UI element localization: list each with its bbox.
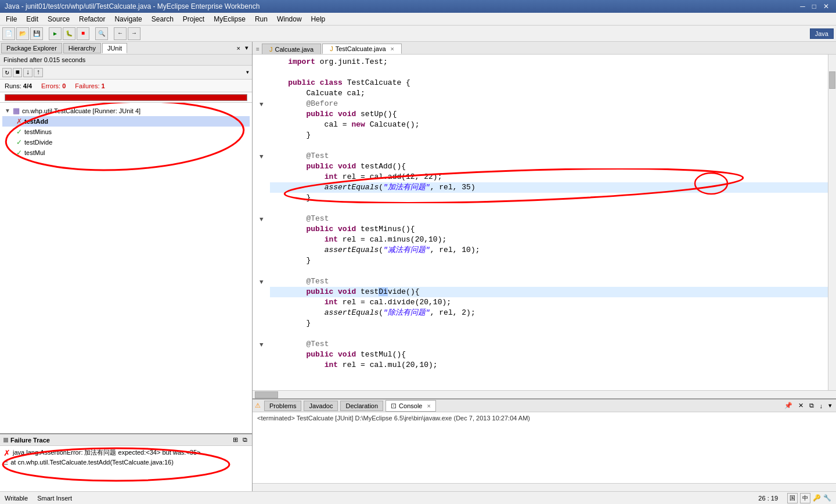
failure-header-icons: Failure Trace [3,437,50,444]
menu-refactor[interactable]: Refactor [75,14,109,24]
tab-problems-label: Problems [269,402,296,409]
toolbar-run-btn[interactable]: ▶ [49,27,62,40]
test-label-testDivide: testDivide [24,139,52,146]
suite-expand-icon[interactable]: ▼ [5,107,10,114]
maximize-btn[interactable]: □ [810,2,819,10]
console-toolbar-clear[interactable]: ✕ [797,402,805,409]
code-hscrollbar[interactable] [253,390,836,398]
code-line-21 [270,266,831,276]
collapse-btn-3[interactable]: ▼ [260,214,264,225]
tab-close-btn[interactable]: × [391,45,394,52]
minimize-btn[interactable]: ─ [798,2,808,10]
toolbar-debug-btn[interactable]: 🐛 [63,27,75,40]
status-icon-1[interactable]: 🔑 [813,494,821,502]
toolbar-stop-btn[interactable]: ■ [77,27,89,40]
toolbar-forward-btn[interactable]: → [128,27,140,40]
junit-prev-fail-btn[interactable]: ↑ [34,68,43,77]
menu-window[interactable]: Window [273,14,305,24]
code-line-15 [270,203,831,214]
tab-junit[interactable]: JUnit [102,43,127,53]
code-line-2 [270,67,831,78]
perspective-java[interactable]: Java [810,28,834,39]
code-line-4: Calcuate cal; [270,88,831,99]
progress-bar [5,94,247,101]
menu-myeclipse[interactable]: MyEclipse [210,14,249,24]
test-item-testMinus[interactable]: ✓ testMinus [2,127,250,137]
status-icon-2[interactable]: 🔧 [823,494,831,502]
collapse-btn-2[interactable]: ▼ [260,152,264,162]
console-text: <terminated> TestCalcuate [JUnit] D:\MyE… [257,415,530,422]
title-bar: Java - junit01/test/cn/whp/util/TestCalc… [0,0,836,13]
menu-search[interactable]: Search [148,14,177,24]
toolbar-back-btn[interactable]: ← [114,27,127,40]
left-panel-tabs: Package Explorer Hierarchy JUnit × ▾ [0,42,252,55]
code-line-16: ▼ @Test [270,214,831,224]
editor-tab-calcuate[interactable]: J Calcuate.java [262,44,321,54]
errors-label: Errors: 0 [41,82,66,89]
failure-content: ✗ java.lang.AssertionError: 加法有问题 expect… [0,446,252,491]
failure-toolbar-btn[interactable]: ⊞ [232,436,239,444]
test-label-testMinus: testMinus [24,128,52,135]
menu-navigate[interactable]: Navigate [111,14,145,24]
junit-next-fail-btn[interactable]: ↓ [23,68,33,77]
tab-declaration[interactable]: Declaration [340,401,383,411]
left-panel-menu[interactable]: ▾ [243,43,251,53]
menu-run[interactable]: Run [251,14,271,24]
tab-package-explorer[interactable]: Package Explorer [1,43,62,53]
failure-text-1: java.lang.AssertionError: 加法有问题 expected… [13,448,200,457]
editor-tab-testcalcuate[interactable]: J TestCalcuate.java × [322,44,402,54]
tab-hierarchy[interactable]: Hierarchy [63,43,101,53]
main-layout: Package Explorer Hierarchy JUnit × ▾ Fin… [0,42,836,491]
junit-stop-btn[interactable]: ■ [13,68,22,77]
hscrollbar-thumb[interactable] [255,391,278,398]
code-editor[interactable]: import org.junit.Test; public class Test… [253,55,836,390]
junit-stats: Runs: 4/4 Errors: 0 Failures: 1 [0,80,252,92]
toolbar-new-btn[interactable]: 📄 [2,27,15,40]
failure-copy-btn[interactable]: ⧉ [242,436,248,444]
console-toolbar-copy[interactable]: ⧉ [808,402,816,409]
code-line-9 [270,141,831,151]
console-tab-close[interactable]: × [427,402,430,409]
tab-javadoc[interactable]: Javadoc [304,401,338,411]
code-line-14: } [270,193,831,203]
left-panel-close[interactable]: × [235,44,243,53]
menu-project[interactable]: Project [179,14,208,24]
test-item-testMul[interactable]: ✓ testMul [2,147,250,158]
console-toolbar-scroll[interactable]: ↓ [818,402,825,409]
status-lang-zh[interactable]: 中 [800,493,810,503]
console-hscrollbar[interactable] [253,483,836,491]
code-line-30: int rel = cal.mul(20,10); [270,360,831,370]
menu-help[interactable]: Help [308,14,329,24]
status-lang-btn[interactable]: 国 [787,493,798,503]
code-line-24: int rel = cal.divide(20,10); [270,297,831,308]
menu-source[interactable]: Source [44,14,73,24]
junit-menu-btn[interactable]: ▾ [246,68,250,77]
menu-file[interactable]: File [2,14,20,24]
test-suite-item[interactable]: ▼ ▦ cn.whp.util.TestCalcuate [Runner: JU… [2,105,250,116]
junit-rerun-btn[interactable]: ↻ [2,68,12,77]
code-text-1: import org.junit.Test; [270,57,388,67]
tab-console[interactable]: ⊡ Console × [385,400,436,412]
toolbar-open-btn[interactable]: 📂 [16,27,29,40]
toolbar-search-btn[interactable]: 🔍 [95,27,108,40]
code-line-12: int rel = cal.add(12, 22); [270,172,831,182]
scrollbar-thumb[interactable] [829,71,835,89]
close-btn[interactable]: ✕ [821,2,831,10]
tab-console-label: Console [399,402,422,409]
test-item-testDivide[interactable]: ✓ testDivide [2,137,250,147]
tab-problems[interactable]: Problems [264,401,301,411]
collapse-btn-1[interactable]: ▼ [260,99,264,110]
console-icon: ⊡ [391,402,397,410]
vertical-scrollbar[interactable] [828,55,836,390]
collapse-btn-5[interactable]: ▼ [260,340,264,350]
toolbar-save-btn[interactable]: 💾 [30,27,43,40]
menu-edit[interactable]: Edit [23,14,42,24]
editor-panel-menu[interactable]: ≡ [254,45,262,54]
test-item-testAdd[interactable]: ✗ testAdd [2,116,250,127]
console-toolbar-pin[interactable]: 📌 [783,402,794,409]
console-toolbar-menu[interactable]: ▾ [827,402,834,409]
test-tree: ▼ ▦ cn.whp.util.TestCalcuate [Runner: JU… [0,103,252,433]
junit-toolbar: ↻ ■ ↓ ↑ ▾ [0,66,252,80]
collapse-btn-4[interactable]: ▼ [260,277,264,287]
code-line-11: public void testAdd(){ [270,161,831,172]
